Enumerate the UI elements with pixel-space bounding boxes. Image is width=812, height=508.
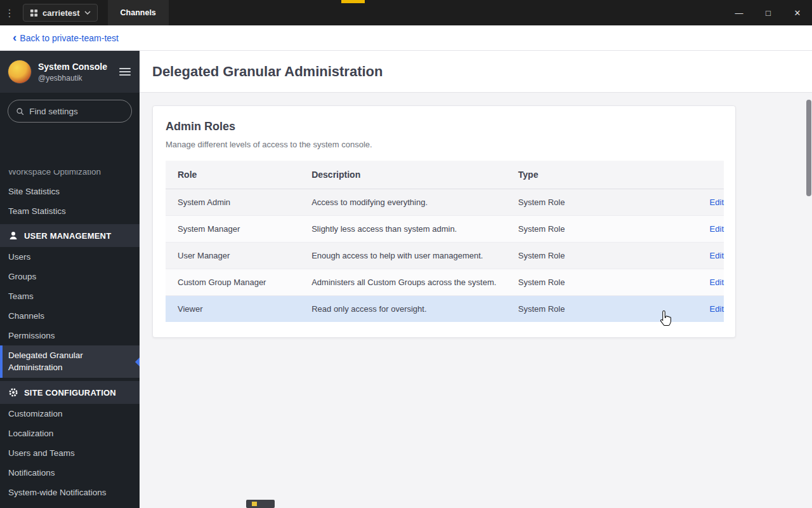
edit-link[interactable]: Edit: [710, 197, 724, 207]
team-name: carrietest: [43, 8, 80, 18]
sidebar-item-customization[interactable]: Customization: [0, 404, 140, 424]
sidebar-item-channels[interactable]: Channels: [0, 306, 140, 326]
section-label: USER MANAGEMENT: [24, 231, 111, 241]
role-cell: System Admin: [166, 189, 299, 216]
chevron-left-icon: ‹: [13, 33, 16, 42]
role-cell: Viewer: [166, 296, 299, 323]
role-cell: Custom Group Manager: [166, 269, 299, 296]
section-user-management: USER MANAGEMENT: [0, 224, 140, 247]
sidebar-title: System Console: [38, 62, 118, 72]
search-input[interactable]: [29, 107, 124, 116]
sidebar-item-users[interactable]: Users: [0, 247, 140, 267]
role-cell: User Manager: [166, 243, 299, 269]
users-icon: [8, 231, 18, 241]
column-header-description: Description: [299, 161, 506, 189]
column-header-role: Role: [166, 161, 299, 189]
section-site-configuration: SITE CONFIGURATION: [0, 381, 140, 404]
role-cell: System Manager: [166, 216, 299, 243]
minimize-button[interactable]: —: [724, 0, 754, 25]
sidebar-item-permissions[interactable]: Permissions: [0, 326, 140, 345]
column-header-actions: [640, 161, 724, 189]
edit-link[interactable]: Edit: [710, 304, 724, 314]
sidebar-item-emoji[interactable]: Emoji: [0, 502, 140, 508]
edit-link[interactable]: Edit: [710, 277, 724, 287]
sidebar-item-delegated-granular-administration[interactable]: Delegated Granular Administration: [0, 345, 140, 378]
card-heading: Admin Roles: [166, 120, 723, 133]
sidebar-item-teams[interactable]: Teams: [0, 286, 140, 306]
sidebar-item-workspace-optimization[interactable]: Workspace Optimization: [0, 170, 140, 182]
table-header-row: Role Description Type: [166, 161, 724, 189]
type-cell: System Role: [506, 269, 640, 296]
chevron-down-icon: [84, 11, 91, 15]
hamburger-menu-icon[interactable]: [118, 65, 132, 78]
window-controls: — □ ✕: [724, 0, 812, 25]
screen-artifact-bottom: [246, 500, 275, 508]
maximize-button[interactable]: □: [754, 0, 783, 25]
main-header: Delegated Granular Administration: [140, 51, 812, 93]
type-cell: System Role: [506, 296, 640, 323]
table-row: User Manager Enough access to help with …: [166, 243, 724, 269]
sidebar-item-system-wide-notifications[interactable]: System-wide Notifications: [0, 483, 140, 502]
edit-link[interactable]: Edit: [710, 251, 724, 260]
team-switcher-button[interactable]: carrietest: [23, 4, 98, 22]
description-cell: Slightly less access than system admin.: [299, 216, 506, 243]
table-row-hovered: Viewer Read only access for oversight. S…: [166, 296, 724, 323]
scrollbar-thumb[interactable]: [806, 100, 811, 196]
back-link-label: Back to private-team-test: [20, 33, 119, 43]
sidebar-item-users-and-teams[interactable]: Users and Teams: [0, 443, 140, 463]
tab-channels[interactable]: Channels: [108, 0, 169, 25]
back-bar: ‹ Back to private-team-test: [0, 25, 812, 51]
sidebar-header: System Console @yesbhautik: [0, 51, 140, 93]
description-cell: Access to modifying everything.: [299, 189, 506, 216]
main-content: Admin Roles Manage different levels of a…: [140, 93, 812, 508]
description-cell: Read only access for oversight.: [299, 296, 506, 323]
sidebar-item-notifications[interactable]: Notifications: [0, 463, 140, 483]
sidebar-username: @yesbhautik: [38, 74, 118, 83]
sidebar-item-team-statistics[interactable]: Team Statistics: [0, 201, 140, 221]
screen-artifact-top: [341, 0, 365, 3]
close-button[interactable]: ✕: [783, 0, 812, 25]
column-header-type: Type: [506, 161, 640, 189]
kebab-menu-icon[interactable]: ⋮: [0, 7, 19, 19]
gear-icon: [8, 387, 18, 398]
description-cell: Enough access to help with user manageme…: [299, 243, 506, 269]
sidebar-nav: Workspace Optimization Site Statistics T…: [0, 170, 140, 508]
card-subtitle: Manage different levels of access to the…: [166, 140, 723, 149]
find-settings-search[interactable]: [8, 100, 132, 123]
grid-icon: [30, 9, 38, 17]
description-cell: Administers all Custom Groups across the…: [299, 269, 506, 296]
search-icon: [16, 107, 24, 116]
type-cell: System Role: [506, 216, 640, 243]
system-console-sidebar: System Console @yesbhautik Workspace Opt…: [0, 51, 140, 508]
type-cell: System Role: [506, 243, 640, 269]
edit-link[interactable]: Edit: [710, 224, 724, 234]
table-row: System Manager Slightly less access than…: [166, 216, 724, 243]
admin-roles-card: Admin Roles Manage different levels of a…: [152, 105, 736, 338]
page-title: Delegated Granular Administration: [152, 64, 383, 80]
window-titlebar: ⋮ carrietest Channels — □ ✕: [0, 0, 812, 25]
type-cell: System Role: [506, 189, 640, 216]
vertical-scrollbar: [806, 93, 812, 508]
table-row: Custom Group Manager Administers all Cus…: [166, 269, 724, 296]
avatar: [8, 60, 32, 84]
sidebar-item-groups[interactable]: Groups: [0, 267, 140, 286]
table-row: System Admin Access to modifying everyth…: [166, 189, 724, 216]
back-link[interactable]: ‹ Back to private-team-test: [13, 33, 119, 43]
sidebar-item-site-statistics[interactable]: Site Statistics: [0, 182, 140, 201]
admin-roles-table: Role Description Type System Admin Acces…: [166, 161, 724, 322]
section-label: SITE CONFIGURATION: [24, 388, 116, 398]
sidebar-item-localization[interactable]: Localization: [0, 424, 140, 443]
